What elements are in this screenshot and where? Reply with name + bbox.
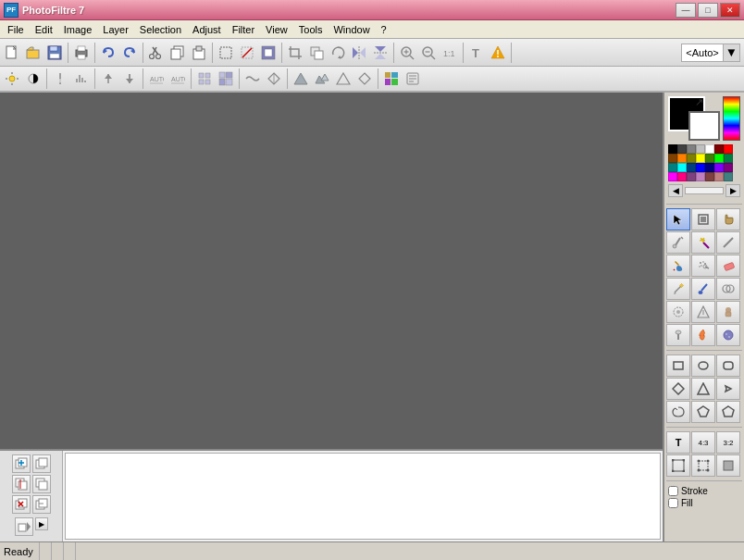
swatch[interactable] (677, 163, 687, 172)
menu-view[interactable]: View (260, 22, 293, 37)
swatch[interactable] (687, 172, 696, 181)
swatch[interactable] (696, 144, 705, 154)
select-tool[interactable] (666, 208, 690, 230)
swatch[interactable] (677, 154, 687, 163)
save-button[interactable] (44, 43, 65, 63)
swatch[interactable] (705, 163, 714, 172)
emboss-button[interactable] (264, 68, 284, 89)
outline-button[interactable] (50, 68, 70, 89)
bucket-tool[interactable] (666, 255, 690, 277)
cut-button[interactable] (146, 43, 167, 63)
stamp-tool[interactable] (691, 208, 715, 230)
select-rect-tool[interactable] (691, 454, 715, 477)
color-scroll-track[interactable] (685, 187, 724, 194)
scroll-left-button[interactable]: ◀ (668, 184, 683, 197)
background-color[interactable] (688, 111, 720, 141)
delete-layer-button[interactable] (12, 495, 31, 514)
swatch[interactable] (677, 144, 687, 154)
eraser-tool[interactable] (716, 255, 740, 277)
zoom-out-button[interactable] (418, 43, 439, 63)
menu-file[interactable]: File (2, 22, 30, 37)
triangle-tool[interactable] (691, 378, 715, 400)
move-right-button[interactable] (119, 68, 140, 89)
open-button[interactable] (23, 43, 43, 63)
maximize-button[interactable]: □ (698, 3, 718, 18)
auto-dropdown[interactable]: <Auto> ▼ (681, 44, 740, 62)
menu-adjust[interactable]: Adjust (187, 22, 227, 37)
swatch[interactable] (714, 144, 724, 154)
diamond-btn[interactable] (354, 68, 375, 89)
swatch[interactable] (724, 144, 733, 154)
undo-button[interactable] (98, 43, 118, 63)
freehand-tool[interactable] (716, 401, 740, 423)
layer-extra-button[interactable] (15, 517, 33, 536)
stroke-checkbox[interactable] (668, 486, 678, 496)
swatch[interactable] (714, 154, 724, 163)
ratio-43-button[interactable]: 4:3 (691, 431, 715, 454)
hand-tool[interactable] (716, 208, 740, 230)
menu-image[interactable]: Image (58, 22, 98, 37)
swatch[interactable] (705, 154, 714, 163)
swatch[interactable] (696, 154, 705, 163)
spray-tool[interactable] (691, 255, 715, 277)
invert-select-button[interactable] (258, 43, 279, 63)
zoom-in-button[interactable] (397, 43, 417, 63)
duplicate-layer-button[interactable] (32, 454, 51, 473)
swatch[interactable] (668, 144, 677, 154)
layer-list[interactable] (65, 453, 661, 540)
brightness-button[interactable] (2, 68, 22, 89)
minimize-button[interactable]: — (676, 3, 696, 18)
menu-help[interactable]: ? (376, 22, 392, 37)
new-layer-button[interactable] (12, 454, 31, 473)
rectangle-tool[interactable] (666, 355, 690, 377)
swatch[interactable] (714, 172, 724, 181)
rotate-button[interactable] (328, 43, 348, 63)
ratio-32-button[interactable]: 3:2 (716, 431, 740, 454)
deselect-button[interactable] (237, 43, 257, 63)
auto-level-button[interactable]: AUTO (167, 68, 188, 89)
ellipse-tool[interactable] (691, 355, 715, 377)
smudge-tool[interactable] (716, 301, 740, 323)
swatch[interactable] (668, 154, 677, 163)
blur-tool[interactable] (666, 301, 690, 323)
print-button[interactable] (71, 43, 92, 63)
more-tool[interactable] (716, 454, 740, 477)
swatch[interactable] (724, 172, 733, 181)
fill-checkbox[interactable] (668, 498, 678, 508)
diamond-tool[interactable] (666, 378, 690, 400)
contrast-button[interactable] (23, 68, 43, 89)
rounded-rect-tool[interactable] (716, 355, 740, 377)
pencil-tool[interactable] (666, 278, 690, 300)
burn-tool[interactable] (691, 324, 715, 346)
canvas-workspace[interactable] (0, 93, 663, 449)
triangle-btn[interactable] (333, 68, 353, 89)
resize-button[interactable] (306, 43, 327, 63)
text-tool[interactable]: T (666, 431, 690, 454)
polygon-tool[interactable] (691, 401, 715, 423)
paste-button[interactable] (189, 43, 209, 63)
color-spectrum[interactable] (723, 96, 740, 141)
close-button[interactable]: ✕ (720, 3, 740, 18)
select-all-button[interactable] (216, 43, 236, 63)
flip-v-button[interactable] (370, 43, 391, 63)
crop-button[interactable] (285, 43, 305, 63)
swatch[interactable] (696, 172, 705, 181)
dodge-tool[interactable] (666, 324, 690, 346)
auto-color-button[interactable]: AUTO (146, 68, 167, 89)
swatch[interactable] (668, 163, 677, 172)
script-button[interactable] (403, 68, 423, 89)
line-tool[interactable] (716, 231, 740, 254)
actual-size-button[interactable]: 1:1 (440, 43, 460, 63)
swatch[interactable] (724, 163, 733, 172)
tile-button[interactable] (216, 68, 236, 89)
lasso-tool[interactable] (666, 401, 690, 423)
text-button[interactable]: T (466, 43, 487, 63)
copy-button[interactable] (167, 43, 188, 63)
menu-edit[interactable]: Edit (30, 22, 58, 37)
small-mountain-button[interactable] (312, 68, 332, 89)
magic-wand-tool[interactable] (691, 231, 715, 254)
swatch[interactable] (696, 163, 705, 172)
grid-button[interactable] (194, 68, 215, 89)
swap-colors-button[interactable]: ↗ (695, 96, 703, 108)
histogram-button[interactable] (71, 68, 92, 89)
